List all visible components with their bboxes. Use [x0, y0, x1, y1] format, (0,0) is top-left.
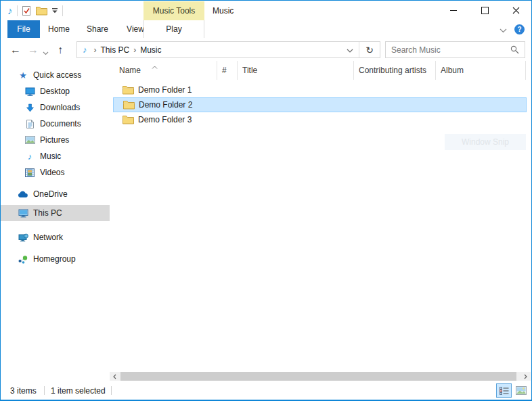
film-icon	[24, 168, 36, 177]
tab-home[interactable]: Home	[40, 20, 78, 38]
file-name: Demo Folder 3	[138, 115, 192, 124]
scroll-right-icon[interactable]	[520, 372, 531, 381]
forward-button[interactable]: →	[28, 39, 39, 61]
refresh-icon: ↻	[365, 45, 374, 55]
breadcrumb-this-pc[interactable]: This PC	[101, 45, 130, 55]
close-button[interactable]	[500, 1, 531, 20]
scrollbar-thumb[interactable]	[120, 372, 516, 381]
sidebar-item-network[interactable]: Network	[1, 229, 125, 245]
collapse-ribbon-icon[interactable]	[500, 26, 507, 35]
address-dropdown-icon[interactable]	[341, 45, 359, 55]
window-title: Music	[213, 6, 234, 16]
quick-access-toolbar: ♪	[7, 1, 63, 20]
folder-icon	[123, 100, 135, 110]
window-controls	[438, 1, 531, 20]
app-music-note-icon: ♪	[7, 5, 13, 16]
sidebar-item-label: Pictures	[40, 135, 69, 145]
details-view-button[interactable]	[496, 383, 512, 398]
maximize-icon	[481, 7, 489, 14]
horizontal-scrollbar[interactable]	[110, 372, 531, 381]
sidebar-item-label: Quick access	[33, 70, 81, 80]
breadcrumb-music[interactable]: Music	[140, 45, 161, 55]
document-icon	[24, 119, 36, 129]
computer-icon	[17, 209, 29, 218]
minimize-button[interactable]	[438, 1, 469, 20]
breadcrumb-separator: ›	[133, 45, 136, 55]
selection-count: 1 item selected	[51, 386, 106, 396]
scroll-left-icon[interactable]	[110, 372, 120, 381]
search-input[interactable]	[386, 45, 505, 55]
status-separator	[44, 386, 45, 395]
details-view-icon	[500, 387, 509, 395]
address-bar[interactable]: ♪ › This PC › Music ↻	[76, 41, 380, 58]
sidebar-item-label: Homegroup	[33, 254, 76, 264]
file-list-pane: Name # Title Contributing artists Album …	[110, 61, 531, 381]
quick-access-star-icon: ★	[17, 70, 29, 80]
up-button[interactable]: ↑	[58, 39, 63, 61]
status-separator	[111, 386, 112, 395]
help-button[interactable]: ?	[514, 24, 525, 34]
title-bar: ♪ Music Tools Music	[1, 1, 531, 20]
column-header-name[interactable]: Name	[114, 61, 217, 80]
download-arrow-icon	[24, 103, 36, 112]
large-icons-view-button[interactable]	[513, 383, 529, 398]
sidebar-item-label: Videos	[40, 168, 64, 177]
cloud-icon	[17, 191, 29, 198]
navigation-pane: ★ Quick access Desktop Downloads	[1, 61, 109, 381]
properties-icon[interactable]	[22, 5, 32, 16]
column-header-title[interactable]: Title	[238, 61, 354, 80]
breadcrumb-separator: ›	[94, 45, 97, 55]
new-folder-icon[interactable]	[36, 6, 47, 16]
items-count: 3 items	[10, 386, 37, 396]
sidebar-item-homegroup[interactable]: Homegroup	[1, 251, 125, 267]
minimize-icon	[450, 10, 457, 11]
location-music-icon: ♪	[83, 45, 87, 55]
refresh-button[interactable]: ↻	[359, 42, 380, 57]
music-note-icon: ♪	[24, 151, 36, 162]
sidebar-item-quick-access[interactable]: ★ Quick access	[1, 67, 125, 83]
toolbar-separator	[17, 5, 18, 16]
folder-icon	[123, 115, 134, 124]
status-bar: 3 items 1 item selected	[1, 381, 531, 400]
sidebar-item-label: Downloads	[40, 103, 80, 112]
desktop-icon	[24, 87, 36, 96]
recent-locations-icon[interactable]	[43, 48, 49, 57]
sidebar-item-label: Network	[33, 233, 63, 242]
column-header-number[interactable]: #	[217, 61, 238, 80]
search-icon[interactable]	[505, 45, 525, 54]
explorer-window: ♪ Music Tools Music File Home Share	[0, 0, 532, 401]
customize-toolbar-icon[interactable]	[51, 7, 58, 14]
file-name: Demo Folder 2	[139, 100, 192, 110]
sidebar-item-label: Documents	[40, 119, 81, 128]
file-row-demo-folder-3[interactable]: Demo Folder 3	[113, 112, 527, 127]
tab-play[interactable]: Play	[143, 20, 204, 38]
search-box	[385, 41, 525, 58]
sidebar-item-this-pc[interactable]: This PC	[1, 205, 125, 221]
toolbar-separator	[62, 5, 63, 16]
picture-icon	[24, 136, 36, 144]
file-row-demo-folder-1[interactable]: Demo Folder 1	[113, 82, 527, 97]
sidebar-item-label: OneDrive	[33, 189, 68, 199]
sidebar-item-label: Desktop	[40, 87, 70, 96]
maximize-button[interactable]	[469, 1, 500, 20]
close-icon	[512, 7, 520, 14]
address-row: ← → ↑ ♪ › This PC › Music ↻	[1, 39, 531, 61]
folder-icon	[123, 85, 134, 95]
large-icons-view-icon	[516, 386, 527, 395]
file-row-demo-folder-2[interactable]: Demo Folder 2	[113, 97, 527, 112]
tab-share[interactable]: Share	[78, 20, 117, 38]
sidebar-item-label: This PC	[33, 208, 62, 218]
column-header-contributing-artists[interactable]: Contributing artists	[354, 61, 436, 80]
tab-file[interactable]: File	[7, 20, 40, 38]
window-snip-ghost: Window Snip	[445, 134, 526, 150]
file-name: Demo Folder 1	[138, 85, 192, 95]
back-button[interactable]: ←	[10, 39, 21, 61]
network-icon	[17, 233, 29, 242]
sidebar-item-label: Music	[40, 151, 61, 161]
sidebar-item-onedrive[interactable]: OneDrive	[1, 186, 125, 202]
ribbon-tab-row: File Home Share View Play ?	[1, 20, 531, 39]
column-header-album[interactable]: Album	[436, 61, 526, 80]
homegroup-icon	[17, 255, 29, 264]
contextual-tab-group-music-tools: Music Tools	[143, 1, 204, 20]
sort-ascending-icon	[152, 62, 158, 72]
